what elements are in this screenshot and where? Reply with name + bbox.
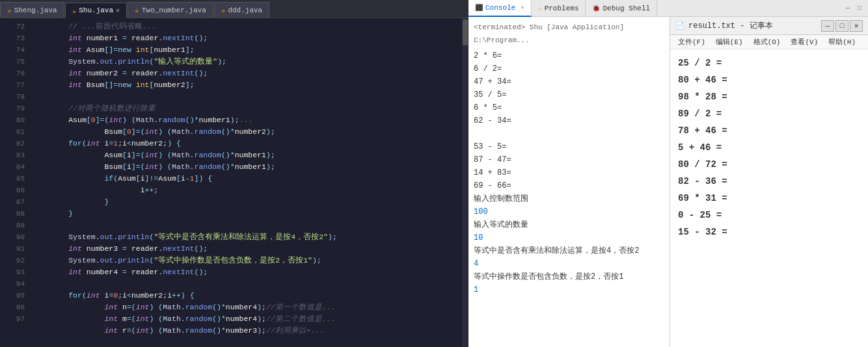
console-maximize-btn[interactable]: □ [855,3,864,13]
console-minimize-btn[interactable]: — [843,3,852,13]
notepad-menu: 文件(F) 编辑(E) 格式(O) 查看(V) 帮助(H) [670,35,868,49]
console-icon: ⬛ [475,4,483,12]
console-line-6: 62 - 34= [474,114,664,127]
equation-4: 89 / 2 = [678,105,860,122]
notepad-titlebar: 📄 result.txt - 记事本 — □ ✕ [670,17,868,35]
console-area: ⬛ Console ✕ ⚠ Problems 🐞 Debug Shell — □… [468,0,868,347]
equation-11: 15 - 32 = [678,224,860,240]
console-spacer [474,127,664,140]
code-area[interactable]: // ...前面代码省略... int number1 = reader.nex… [27,18,462,347]
console-input-3: 4 [474,257,664,270]
notepad-window-buttons: — □ ✕ [821,20,863,32]
debug-icon: 🐞 [592,5,600,12]
tab-problems[interactable]: ⚠ Problems [532,0,586,17]
console-line-2: 6 / 2= [474,62,664,75]
console-prompt-2: 输入等式的数量 [474,218,664,231]
tab-console[interactable]: ⬛ Console ✕ [468,0,532,17]
console-line-10: 69 - 66= [474,179,664,192]
bottom-split: <terminated> Shu [Java Application] C:\P… [468,17,868,347]
problems-icon: ⚠ [538,5,542,12]
tab-shu[interactable]: ☕ Shu.java ✕ [65,3,127,18]
console-output[interactable]: <terminated> Shu [Java Application] C:\P… [468,17,670,347]
notepad-menu-help[interactable]: 帮助(H) [823,35,861,49]
editor-container: ☕ Sheng.java ☕ Shu.java ✕ ☕ Two_number.j… [0,0,468,347]
editor-tabs: ☕ Sheng.java ☕ Shu.java ✕ ☕ Two_number.j… [0,0,468,18]
console-line-8: 87 - 47= [474,153,664,166]
console-line-7: 53 - 5= [474,140,664,153]
console-input-1: 100 [474,205,664,218]
tab-ddd[interactable]: ☕ ddd.java [214,2,269,18]
equation-1: 25 / 2 = [678,55,860,71]
notepad-content[interactable]: 25 / 2 = 80 + 46 = 98 * 28 = 89 / 2 = 78… [670,49,868,347]
notepad-title: result.txt - 记事本 [688,20,821,31]
console-line-4: 35 / 5= [474,88,664,101]
editor-scrollbar[interactable] [462,18,468,347]
console-line-5: 6 * 5= [474,101,664,114]
notepad-menu-file[interactable]: 文件(F) [673,35,711,49]
console-toolbar: — □ [843,3,868,13]
console-prompt-1: 输入控制数范围 [474,192,664,205]
notepad: 📄 result.txt - 记事本 — □ ✕ 文件(F) 编辑(E) 格式(… [670,17,868,347]
tab-sheng-icon: ☕ [7,6,12,14]
tab-ddd-icon: ☕ [221,6,226,14]
tab-shu-icon: ☕ [72,6,77,15]
console-terminated-line: <terminated> Shu [Java Application] C:\P… [474,21,664,47]
equation-9: 69 * 31 = [678,190,860,207]
notepad-menu-format[interactable]: 格式(O) [748,35,786,49]
equation-6: 5 + 46 = [678,139,860,156]
editor-body: 72 73 74 75 76 77 78 79 80 81 82 83 84 8… [0,18,468,347]
equation-5: 78 + 46 = [678,122,860,139]
tab-debug-shell[interactable]: 🐞 Debug Shell [586,0,657,17]
console-input-2: 10 [474,231,664,244]
console-line-1: 2 * 6= [474,49,664,62]
console-line-3: 47 + 34= [474,75,664,88]
equation-7: 80 / 72 = [678,156,860,173]
console-line-9: 14 + 83= [474,166,664,179]
equation-3: 98 * 28 = [678,88,860,105]
notepad-minimize-btn[interactable]: — [821,20,834,32]
notepad-close-btn[interactable]: ✕ [850,20,863,32]
equation-10: 0 - 25 = [678,207,860,224]
tab-two-number[interactable]: ☕ Two_number.java [128,2,213,18]
notepad-maximize-btn[interactable]: □ [835,20,848,32]
notepad-icon: 📄 [675,21,685,30]
tab-two-number-icon: ☕ [135,6,139,14]
console-tabs: ⬛ Console ✕ ⚠ Problems 🐞 Debug Shell — □ [468,0,868,17]
tab-sheng[interactable]: ☕ Sheng.java [0,2,64,18]
console-close-icon[interactable]: ✕ [521,4,524,11]
console-input-4: 1 [474,283,664,296]
notepad-menu-view[interactable]: 查看(V) [785,35,823,49]
editor-scrollbar-thumb[interactable] [463,19,468,45]
line-numbers: 72 73 74 75 76 77 78 79 80 81 82 83 84 8… [0,18,27,347]
console-prompt-4: 等式中操作数是否包含负数，是按2，否按1 [474,270,664,283]
right-panel: ⬛ Console ✕ ⚠ Problems 🐞 Debug Shell — □… [468,0,868,347]
equation-2: 80 + 46 = [678,71,860,88]
tab-shu-close[interactable]: ✕ [116,6,120,14]
console-prompt-3: 等式中是否含有乘法和除法运算，是按4，否按2 [474,244,664,257]
equation-8: 82 - 36 = [678,173,860,190]
notepad-menu-edit[interactable]: 编辑(E) [711,35,748,49]
